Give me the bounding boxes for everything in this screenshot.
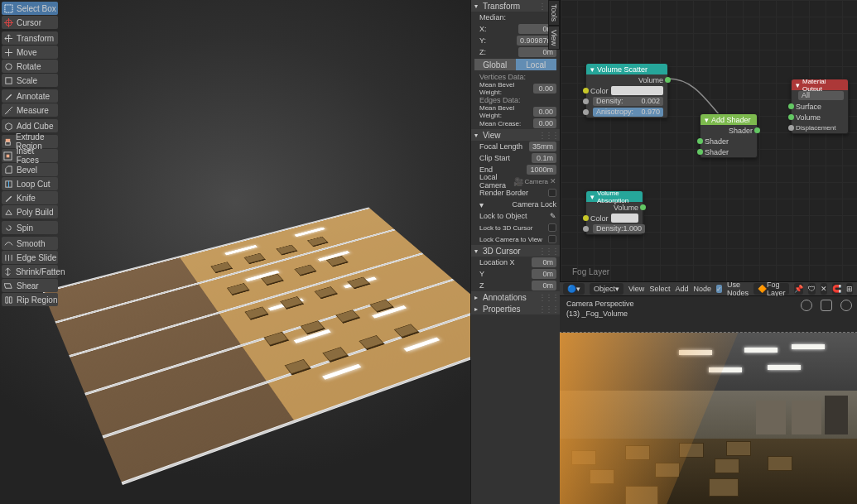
zoom-gizmo[interactable] <box>840 300 852 311</box>
socket-aniso[interactable] <box>583 109 589 115</box>
socket-volume[interactable] <box>788 114 794 120</box>
localcam-value[interactable]: Camera <box>525 178 548 185</box>
socket-out[interactable] <box>754 127 760 133</box>
target-field[interactable]: All <box>798 91 844 100</box>
tool-inset[interactable]: Inset Faces <box>2 149 58 162</box>
tool-knife[interactable]: Knife <box>2 191 58 204</box>
tool-cursor[interactable]: Cursor <box>2 16 58 29</box>
viewport-3d-main[interactable] <box>0 0 470 504</box>
clear-camera-button[interactable]: ✕ <box>550 177 556 185</box>
clipstart-field[interactable]: 0.1m <box>532 153 556 163</box>
socket-density[interactable] <box>583 226 589 232</box>
panel-view-header[interactable]: ▾View⋮⋮⋮ <box>471 129 560 141</box>
mbw2-field[interactable]: 0.00 <box>533 107 556 117</box>
tool-add-cube[interactable]: Add Cube <box>2 119 58 132</box>
density-field[interactable]: Density:0.002 <box>593 97 663 106</box>
socket-disp[interactable] <box>788 125 794 131</box>
node-header[interactable]: ▾Volume Scatter <box>586 64 667 74</box>
editor-type-dropdown[interactable]: 🔵▾ <box>563 283 585 295</box>
socket-color[interactable] <box>583 88 589 94</box>
use-nodes-checkbox[interactable]: ✓ <box>716 285 722 293</box>
eyedropper-icon[interactable]: ✎ <box>550 212 556 220</box>
panel-properties-header[interactable]: ▸Properties⋮⋮⋮ <box>471 303 560 314</box>
socket-shader2[interactable] <box>697 149 703 155</box>
node-header[interactable]: ▾Material Output <box>792 79 848 90</box>
grip-icon[interactable]: ⋮⋮⋮ <box>538 131 558 140</box>
tool-bevel[interactable]: Bevel <box>2 163 58 176</box>
pin-icon[interactable]: 📌 <box>794 283 803 295</box>
tool-annotate[interactable]: Annotate <box>2 89 58 103</box>
snap-icon[interactable]: 🧲 <box>832 283 841 295</box>
grip-icon[interactable]: ⋮⋮⋮ <box>538 305 558 314</box>
color-swatch[interactable] <box>611 214 638 223</box>
cursor-x-field[interactable]: 0m <box>532 257 556 267</box>
tool-edgeslide[interactable]: Edge Slide <box>2 251 58 264</box>
lockcamview-checkbox[interactable] <box>548 235 556 243</box>
node-volume-absorption[interactable]: ▾Volume Absorption Volume Color Density:… <box>585 190 643 235</box>
tool-polybuild[interactable]: Poly Build <box>2 205 58 218</box>
node-material-output[interactable]: ▾Material Output All Surface Volume Disp… <box>791 79 849 134</box>
aniso-field[interactable]: Anisotropy:0.970 <box>593 108 663 117</box>
menu-add[interactable]: Add <box>675 285 688 293</box>
tab-view[interactable]: View <box>548 26 560 50</box>
node-editor-header: 🔵▾ Object ▾ View Select Add Node ✓ Use N… <box>560 281 857 296</box>
tool-loopcut[interactable]: Loop Cut <box>2 177 58 190</box>
tool-smooth[interactable]: Smooth <box>2 237 58 250</box>
lock3dc-checkbox[interactable] <box>548 223 556 232</box>
node-header[interactable]: ▾Add Shader <box>701 114 757 125</box>
cursor-y-field[interactable]: 0m <box>532 269 556 279</box>
renderborder-checkbox[interactable] <box>548 189 556 197</box>
viewport-camera[interactable]: Camera Perspective (13) _Fog_Volume <box>560 296 857 504</box>
node-volume-scatter[interactable]: ▾Volume Scatter Volume Color Density:0.0… <box>585 63 668 118</box>
axis-x-label: X: <box>479 25 487 33</box>
material-selector[interactable]: 🔶 Fog Layer <box>753 283 790 295</box>
space-global[interactable]: Global <box>474 59 516 70</box>
socket-out[interactable] <box>665 77 671 83</box>
crease-field[interactable]: 0.00 <box>533 118 556 128</box>
color-swatch[interactable] <box>611 86 663 95</box>
socket-out[interactable] <box>640 204 646 210</box>
shield-icon[interactable]: 🛡 <box>808 283 816 295</box>
tool-move[interactable]: Move <box>2 46 58 59</box>
socket-shader1[interactable] <box>697 138 703 144</box>
menu-node[interactable]: Node <box>693 285 711 293</box>
tool-label: Bevel <box>17 166 37 175</box>
orbit-gizmo[interactable] <box>801 300 812 311</box>
tool-rotate[interactable]: Rotate <box>2 60 58 73</box>
panel-3dcursor-header[interactable]: ▾3D Cursor⋮⋮⋮ <box>471 245 560 257</box>
socket-color[interactable] <box>583 215 589 221</box>
overlay-icon[interactable]: ⊞ <box>846 283 853 295</box>
x-icon[interactable]: ✕ <box>821 283 827 295</box>
tool-transform[interactable]: Transform <box>2 31 58 45</box>
camera-lock-subheader[interactable]: ▾Camera Lock <box>471 199 560 210</box>
node-editor[interactable]: ▾Volume Scatter Volume Color Density:0.0… <box>560 0 857 281</box>
menu-select[interactable]: Select <box>649 285 670 293</box>
mode-dropdown[interactable]: Object ▾ <box>590 283 623 295</box>
socket-density[interactable] <box>583 98 589 104</box>
space-local[interactable]: Local <box>516 59 557 70</box>
menu-view[interactable]: View <box>628 285 644 293</box>
panel-title: Annotations <box>483 293 527 302</box>
clipend-field[interactable]: 1000m <box>527 165 556 175</box>
pan-gizmo[interactable] <box>821 300 832 311</box>
tool-rip[interactable]: Rip Region <box>2 293 58 306</box>
tool-select-box[interactable]: Select Box <box>2 2 58 15</box>
tab-tools[interactable]: Tools <box>548 0 560 26</box>
tool-spin[interactable]: Spin <box>2 221 58 234</box>
grip-icon[interactable]: ⋮⋮⋮ <box>538 293 558 302</box>
density-field[interactable]: Density:1.000 <box>593 224 645 233</box>
tool-scale[interactable]: Scale <box>2 74 58 87</box>
node-header[interactable]: ▾Volume Absorption <box>586 191 643 202</box>
cursor-z-field[interactable]: 0m <box>532 281 556 290</box>
tool-shear[interactable]: Shear <box>2 279 58 292</box>
focal-field[interactable]: 35mm <box>529 142 556 151</box>
node-add-shader[interactable]: ▾Add Shader Shader Shader Shader <box>700 113 758 158</box>
grip-icon[interactable]: ⋮⋮⋮ <box>538 247 558 256</box>
socket-surface[interactable] <box>788 103 794 109</box>
tool-shrinkfatten[interactable]: Shrink/Fatten <box>2 265 58 278</box>
tool-measure[interactable]: Measure <box>2 103 58 117</box>
panel-annotations-header[interactable]: ▸Annotations⋮⋮⋮ <box>471 291 560 303</box>
transform-space-toggle[interactable]: Global Local <box>474 59 556 70</box>
panel-transform-header[interactable]: ▾Transform⋮⋮⋮ <box>471 0 560 12</box>
mbw-field[interactable]: 0.00 <box>533 84 556 94</box>
